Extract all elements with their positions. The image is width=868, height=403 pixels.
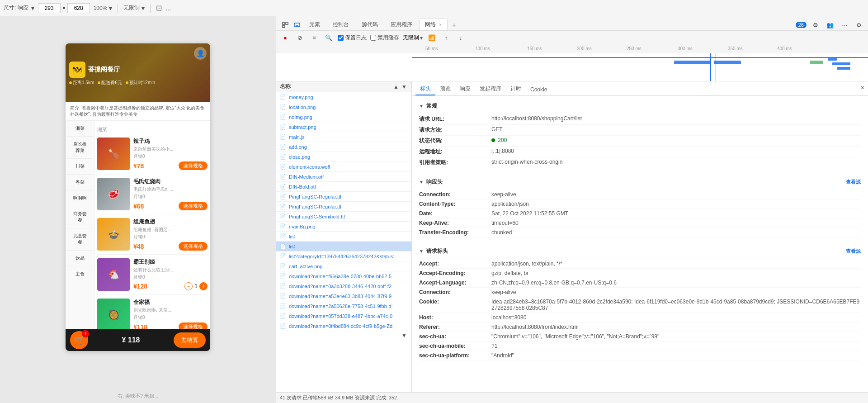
add-btn-1[interactable]: 选择规格: [179, 202, 208, 210]
sidebar-item-2[interactable]: 川菜: [66, 159, 94, 175]
sidebar-item-4[interactable]: 啊啊啊: [66, 190, 94, 206]
detail-tab-headers[interactable]: 标头: [415, 83, 435, 95]
tab-application[interactable]: 应用程序: [385, 19, 418, 30]
sidebar-item-7[interactable]: 饮品: [66, 251, 94, 266]
tab-sources[interactable]: 源代码: [356, 19, 384, 30]
file-item-dl2[interactable]: 📄 download?name=0a3b3288-3446-4420-bbff-…: [276, 281, 411, 291]
record-button[interactable]: ●: [280, 33, 291, 43]
status-text: 41 次请求 已传输588 kB 34.9 MB 资源来源 完成: 352: [280, 394, 397, 401]
size-dropdown-icon[interactable]: ▾: [31, 5, 34, 12]
search-button[interactable]: 🔍: [323, 33, 334, 43]
devtools-settings-icon[interactable]: ⚙: [810, 19, 821, 30]
file-item-location[interactable]: 📄 location.png: [276, 102, 411, 112]
req-secuap-val: "Android": [491, 352, 514, 359]
qty-minus-3[interactable]: −: [184, 282, 193, 290]
devtools-inspect-icon[interactable]: [280, 19, 291, 30]
file-item-din-medium[interactable]: 📄 DIN-Medium.otf: [276, 172, 411, 182]
add-btn-0[interactable]: 选择规格: [179, 161, 208, 170]
file-item-dl1[interactable]: 📄 download?name=f966a38e-0780-40be-bb52-…: [276, 271, 411, 281]
network-body: 名称 ▲ ▼ 📄 money.png 📄 location.png 📄: [276, 81, 868, 392]
scroll-up-btn[interactable]: ▲: [392, 83, 400, 90]
detail-tab-preview[interactable]: 预览: [435, 83, 455, 95]
devtools-dock-icon[interactable]: 👥: [825, 19, 835, 30]
request-headers-toggle[interactable]: ▼: [419, 249, 424, 254]
file-item-add[interactable]: 📄 add.png: [276, 142, 411, 152]
timeline-cursor[interactable]: [710, 53, 711, 81]
file-item-subtract[interactable]: 📄 subtract.png: [276, 122, 411, 132]
delivery-dot: [98, 81, 100, 84]
food-desc-0: 来自鲜嫩美味的小...: [133, 146, 192, 152]
file-item-din-bold[interactable]: 📄 DIN-Bold.otf: [276, 182, 411, 192]
detail-tab-cookie[interactable]: Cookie: [526, 85, 552, 95]
tab-elements[interactable]: 元素: [303, 19, 326, 30]
preserve-log-checkbox[interactable]: 保留日志: [338, 34, 367, 42]
sidebar-item-6[interactable]: 儿童套餐: [66, 228, 94, 251]
file-item-ping3[interactable]: 📄 PingFangSC-Semibold.ttf: [276, 212, 411, 222]
devtools-responsive-icon[interactable]: [292, 19, 302, 30]
more-icon[interactable]: ...: [165, 5, 171, 12]
detail-tab-initiator[interactable]: 发起程序: [475, 83, 506, 95]
qty-plus-3[interactable]: +: [199, 282, 208, 290]
sidebar-item-0[interactable]: 湘菜: [66, 121, 94, 137]
file-item-ping1[interactable]: 📄 PingFangSC-Regular.ttf: [276, 192, 411, 202]
file-item-mainbg[interactable]: 📄 mainBg.png: [276, 222, 411, 232]
disable-cache-checkbox[interactable]: 禁用缓存: [370, 34, 399, 42]
devtools-more-icon[interactable]: ⋯: [839, 19, 850, 30]
file-item-cart-active[interactable]: 📄 cart_active.png: [276, 261, 411, 271]
scroll-down-btn[interactable]: ▼: [401, 83, 408, 90]
sidebar-item-8[interactable]: 主食: [66, 266, 94, 282]
file-item-noimg[interactable]: 📄 noImg.png: [276, 112, 411, 122]
devtools-top-right: 28 ⚙ 👥 ⋯ ⚙: [796, 19, 864, 30]
height-input[interactable]: [67, 3, 90, 13]
intro-text: 简介: 菩提阁中餐厅是菩提阁点餐的独立的品牌, 定位"大众 化的美食外送餐饮",…: [70, 105, 204, 117]
file-item-close[interactable]: 📄 close.png: [276, 152, 411, 162]
avatar[interactable]: 👤: [194, 47, 207, 60]
devtools-close-icon[interactable]: ⚙: [854, 19, 864, 30]
tab-network[interactable]: 网络 ×: [419, 19, 448, 30]
list-scroll-btn[interactable]: ▼: [401, 332, 408, 339]
responsive-icon[interactable]: ⊡: [156, 4, 162, 12]
file-item-dl6[interactable]: 📄 download?name=0f4bd884-dc9c-4cf9-b5ge-…: [276, 321, 411, 331]
file-item-list1[interactable]: 📄 list: [276, 232, 411, 242]
file-item-dl4[interactable]: 📄 download?name=2a50628e-7758-4c51-9fbb-…: [276, 301, 411, 311]
wifi-icon[interactable]: 📶: [426, 33, 437, 43]
header-overlay: 👤 🍽 菩提阁餐厅 距离1.5km 配送费6元: [66, 43, 210, 102]
sidebar-item-5[interactable]: 商务套餐: [66, 206, 94, 228]
zoom-dropdown-icon[interactable]: ▾: [109, 5, 112, 12]
tab-console[interactable]: 控制台: [327, 19, 355, 30]
request-headers-view-source[interactable]: 查看源: [846, 248, 861, 255]
food-sales-2: 月销0: [133, 234, 208, 240]
file-item-list2[interactable]: 📄 list: [276, 242, 411, 251]
file-item-money[interactable]: 📄 money.png: [276, 92, 411, 102]
file-item-mainjs[interactable]: 📄 main.js: [276, 132, 411, 142]
width-input[interactable]: [38, 3, 61, 13]
clear-button[interactable]: ⊘: [294, 33, 305, 43]
response-headers-view-source[interactable]: 查看源: [846, 179, 861, 185]
filter-button[interactable]: ≡: [309, 33, 320, 43]
tab-network-close[interactable]: ×: [439, 22, 442, 27]
detail-close-button[interactable]: ×: [861, 84, 864, 91]
file-item-dl5[interactable]: 📄 download?name=057dd338-e487-4bbc-a74c-…: [276, 311, 411, 321]
throttle-dropdown-icon[interactable]: ▾: [420, 35, 423, 41]
preserve-log-input[interactable]: [338, 35, 344, 41]
file-item-woff[interactable]: 📄 element-icons.woff: [276, 162, 411, 172]
tab-add-button[interactable]: +: [448, 19, 459, 30]
response-headers-toggle[interactable]: ▼: [419, 180, 424, 185]
limit-dropdown-icon[interactable]: ▾: [142, 5, 145, 12]
disable-cache-input[interactable]: [370, 35, 376, 41]
file-item-dl3[interactable]: 📄 download?name=a53a4e63-3b83-4044-87f9-…: [276, 291, 411, 301]
add-btn-2[interactable]: 选择规格: [179, 242, 208, 251]
detail-tab-response[interactable]: 响应: [455, 83, 475, 95]
file-item-ping2[interactable]: 📄 PingFangSC-Regular.ttf: [276, 202, 411, 212]
cart-icon[interactable]: 🛒 1: [70, 331, 88, 349]
general-toggle[interactable]: ▼: [419, 104, 424, 109]
sidebar-item-3[interactable]: 粤菜: [66, 175, 94, 190]
file-item-list-cat[interactable]: 📄 list?categoryId=1397844263642378242&st…: [276, 251, 411, 261]
download-icon[interactable]: ↓: [455, 33, 466, 43]
food-info-4: 全家福 别光吃肉啦, 来份... 月销0 ¥118 选择规格: [133, 299, 208, 331]
sidebar-item-1[interactable]: 店长推荐菜: [66, 137, 94, 159]
detail-tab-timing[interactable]: 计时: [506, 83, 526, 95]
upload-icon[interactable]: ↑: [441, 33, 452, 43]
checkout-button[interactable]: 去结算: [174, 332, 206, 348]
tab-console-label: 控制台: [333, 21, 349, 28]
